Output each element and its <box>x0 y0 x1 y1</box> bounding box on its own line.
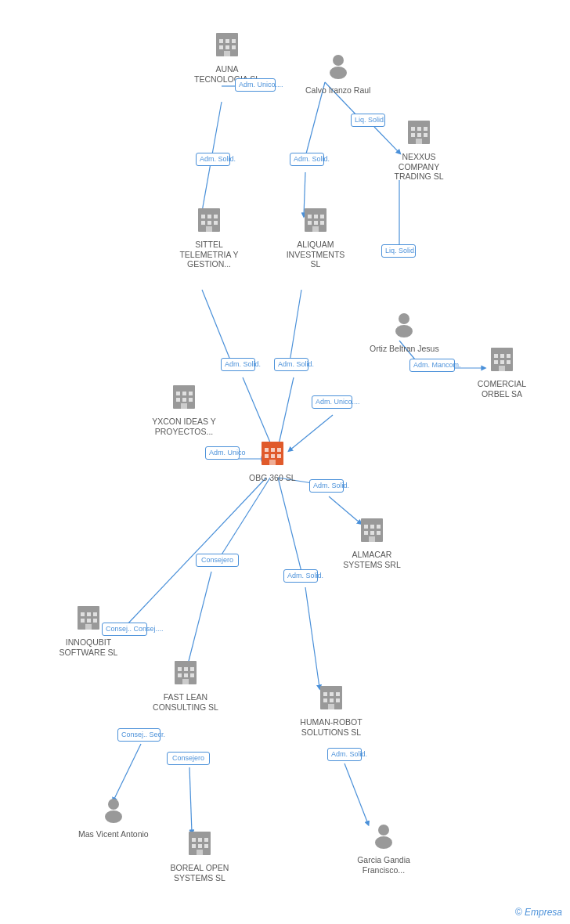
svg-rect-41 <box>411 133 415 137</box>
svg-rect-52 <box>214 221 218 225</box>
badge-consejero2[interactable]: Consejero <box>167 752 210 765</box>
svg-rect-61 <box>320 221 324 225</box>
svg-rect-112 <box>178 667 182 671</box>
svg-line-20 <box>305 587 319 688</box>
svg-rect-103 <box>81 612 85 616</box>
badge-calvo-liq[interactable]: Liq. Solid. <box>351 114 385 127</box>
svg-rect-40 <box>424 127 428 131</box>
svg-rect-55 <box>305 208 326 213</box>
label-comercial: COMERCIAL ORBEL SA <box>467 379 537 399</box>
building-icon-obg <box>258 439 287 471</box>
svg-rect-56 <box>308 215 312 218</box>
badge-consejero1[interactable]: Consejero <box>196 554 239 567</box>
svg-rect-80 <box>182 398 186 402</box>
svg-rect-120 <box>320 686 342 691</box>
node-humanrobot: HUMAN-ROBOT SOLUTIONS SL <box>296 683 366 737</box>
svg-rect-44 <box>416 139 422 144</box>
svg-rect-115 <box>178 673 182 677</box>
svg-rect-53 <box>206 226 212 232</box>
svg-rect-111 <box>175 661 197 666</box>
building-icon-humanrobot <box>317 683 345 715</box>
svg-rect-100 <box>369 536 375 542</box>
svg-rect-105 <box>93 612 97 616</box>
svg-point-140 <box>375 836 392 849</box>
svg-rect-30 <box>219 45 223 49</box>
svg-line-23 <box>189 767 192 832</box>
label-calvo: Calvo Iranzo Raul <box>305 85 370 96</box>
person-icon-ortiz <box>390 309 418 341</box>
svg-rect-71 <box>500 360 504 364</box>
svg-rect-75 <box>173 385 195 390</box>
building-icon-comercial <box>488 345 516 377</box>
svg-rect-131 <box>189 832 211 836</box>
svg-rect-135 <box>192 844 196 848</box>
node-fastlean: FAST LEAN CONSULTING SL <box>150 658 221 712</box>
svg-rect-117 <box>190 673 194 677</box>
svg-line-18 <box>188 572 211 664</box>
svg-rect-38 <box>411 127 415 131</box>
svg-rect-78 <box>189 392 193 395</box>
svg-rect-127 <box>328 704 334 709</box>
label-mas: Mas Vicent Antonio <box>78 829 149 839</box>
badge-ortiz-adm[interactable]: Adm. Mancom. <box>409 359 455 372</box>
svg-point-128 <box>108 799 119 810</box>
building-icon-auna <box>213 30 241 62</box>
svg-rect-90 <box>277 454 281 458</box>
svg-rect-132 <box>192 838 196 842</box>
svg-rect-79 <box>176 398 180 402</box>
svg-rect-28 <box>225 39 229 43</box>
badge-humanrobot-adm[interactable]: Adm. Solid. <box>327 748 362 761</box>
svg-rect-94 <box>364 525 368 529</box>
svg-point-129 <box>105 810 122 823</box>
svg-rect-113 <box>184 667 188 671</box>
svg-rect-87 <box>277 448 281 452</box>
person-icon-garcia <box>370 821 398 853</box>
badge-calvo-adm[interactable]: Adm. Solid. <box>290 153 324 166</box>
svg-rect-95 <box>370 525 374 529</box>
building-icon-innoqubit <box>74 603 103 635</box>
badge-consej-secr[interactable]: Consej.. Secr. <box>117 728 161 742</box>
svg-rect-33 <box>224 51 230 56</box>
svg-line-11 <box>290 290 301 362</box>
svg-rect-48 <box>207 215 211 218</box>
svg-rect-49 <box>214 215 218 218</box>
svg-line-17 <box>219 478 270 558</box>
label-nexxus: NEXXUS COMPANY TRADING SL <box>384 152 454 182</box>
label-ortiz: Ortiz Beltran Jesus <box>370 344 439 354</box>
badge-adm-unico2[interactable]: Adm. Unico.... <box>312 395 352 409</box>
node-comercial: COMERCIAL ORBEL SA <box>467 345 537 399</box>
node-boreal: BOREAL OPEN SYSTEMS SL <box>164 828 235 882</box>
building-icon-boreal <box>186 828 214 861</box>
svg-rect-57 <box>314 215 318 218</box>
node-nexxus: NEXXUS COMPANY TRADING SL <box>384 117 454 182</box>
node-almacar: ALMACAR SYSTEMS SRL <box>337 515 407 569</box>
badge-obg-adm[interactable]: Adm. Solid. <box>309 479 344 493</box>
svg-rect-26 <box>216 33 238 38</box>
badge-obg-adm2[interactable]: Adm. Solid. <box>283 569 318 583</box>
svg-rect-72 <box>507 360 510 364</box>
label-yxcon: YXCON IDEAS Y PROYECTOS... <box>149 417 219 436</box>
svg-rect-85 <box>265 448 269 452</box>
badge-nexxus-liq[interactable]: Liq. Solid. <box>381 244 416 258</box>
svg-rect-39 <box>417 127 421 131</box>
svg-line-13 <box>290 415 333 450</box>
svg-rect-96 <box>377 525 381 529</box>
badge-auna-adm2[interactable]: Adm. Solid. <box>196 153 230 166</box>
label-innoqubit: INNOQUBIT SOFTWARE SL <box>53 637 124 657</box>
svg-rect-97 <box>364 531 368 535</box>
svg-rect-137 <box>204 844 208 848</box>
svg-rect-123 <box>336 692 340 696</box>
svg-rect-109 <box>85 624 92 630</box>
svg-rect-82 <box>181 403 187 409</box>
badge-sittel-adm[interactable]: Adm. Solid. <box>221 358 255 371</box>
badge-aliquam-adm[interactable]: Adm. Solid. <box>274 358 308 371</box>
svg-rect-73 <box>499 366 505 371</box>
svg-rect-47 <box>201 215 205 218</box>
node-ortiz: Ortiz Beltran Jesus <box>370 309 439 354</box>
badge-auna-adm[interactable]: Adm. Unico.... <box>235 78 276 92</box>
svg-rect-50 <box>201 221 205 225</box>
svg-rect-76 <box>176 392 180 395</box>
svg-point-64 <box>395 325 413 337</box>
badge-yxcon-adm[interactable]: Adm. Unico <box>205 446 240 460</box>
badge-consej-a[interactable]: Consej.. Consej.... <box>102 623 147 636</box>
